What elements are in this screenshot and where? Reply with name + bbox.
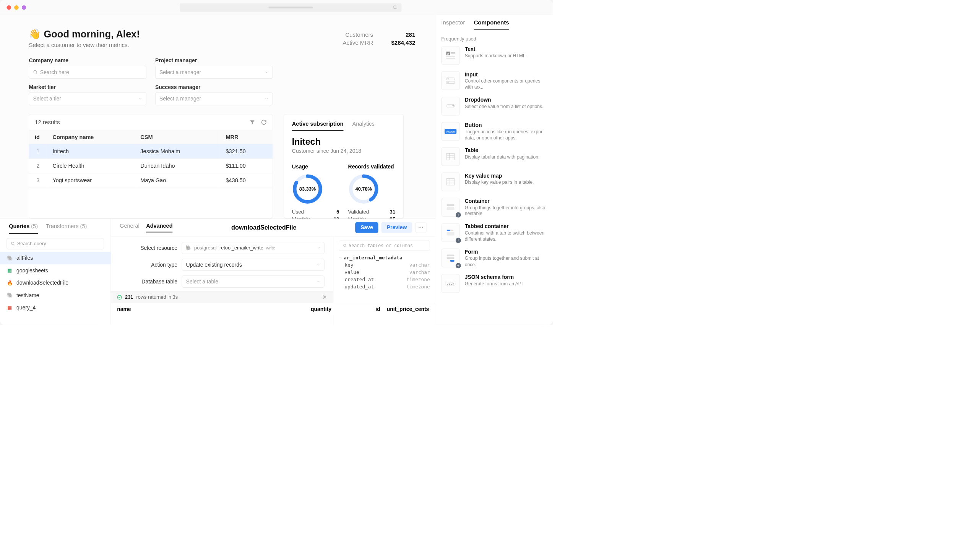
table-row[interactable]: 2Circle HealthDuncan Idaho$111.00 bbox=[29, 159, 273, 173]
save-button[interactable]: Save bbox=[355, 222, 378, 233]
schema-search-placeholder: Search tables or columns bbox=[349, 243, 425, 248]
more-button[interactable]: ⋯ bbox=[415, 222, 426, 233]
status-count: 231 bbox=[125, 295, 133, 300]
subtab-general[interactable]: General bbox=[120, 223, 140, 233]
maximize-window-icon[interactable] bbox=[22, 5, 26, 10]
preview-button[interactable]: Preview bbox=[382, 222, 412, 233]
component-input[interactable]: Input Control other components or querie… bbox=[441, 71, 547, 90]
pm-select[interactable]: Select a manager bbox=[155, 66, 273, 79]
subtab-advanced[interactable]: Advanced bbox=[146, 223, 172, 233]
tab-components[interactable]: Components bbox=[474, 19, 509, 30]
success-icon bbox=[117, 295, 122, 300]
sm-placeholder: Select a manager bbox=[159, 96, 201, 102]
customer-card: Active subscription Analytics Initech Cu… bbox=[284, 114, 403, 218]
schema-column[interactable]: valuevarchar bbox=[339, 269, 430, 276]
query-item-googlesheets[interactable]: ▦googlesheets bbox=[0, 264, 110, 277]
query-item-downloadSelectedFile[interactable]: 🔥downloadSelectedFile bbox=[0, 277, 110, 289]
resultcol-unitprice[interactable]: unit_price_cents bbox=[380, 306, 429, 312]
result-header: name quantity id unit_price_cents bbox=[111, 303, 435, 314]
close-icon[interactable]: ✕ bbox=[322, 294, 327, 301]
table-row[interactable]: 3Yogi sportswearMaya Gao$438.50 bbox=[29, 173, 273, 188]
table-icon bbox=[441, 147, 460, 166]
tab-queries[interactable]: Queries (5) bbox=[9, 223, 38, 234]
query-item-allFiles[interactable]: 🐘allFiles bbox=[0, 252, 110, 264]
component-tabbed-container[interactable]: + Tabbed container Container with a tab … bbox=[441, 223, 547, 242]
col-company[interactable]: Company name bbox=[47, 130, 135, 144]
used-val: 5 bbox=[336, 209, 339, 215]
tier-select[interactable]: Select a tier bbox=[29, 92, 146, 105]
svg-line-1 bbox=[396, 8, 397, 9]
svg-rect-34 bbox=[447, 207, 455, 210]
tabbed-icon: + bbox=[441, 223, 460, 242]
resource-mode: write bbox=[266, 245, 275, 250]
svg-rect-15 bbox=[451, 52, 455, 53]
schema-search-input[interactable]: Search tables or columns bbox=[339, 241, 430, 251]
resultcol-quantity[interactable]: quantity bbox=[283, 306, 332, 312]
stat-mrr-label: Active MRR bbox=[343, 39, 373, 46]
svg-rect-21 bbox=[446, 81, 455, 84]
close-window-icon[interactable] bbox=[6, 5, 11, 10]
resource-db: postgresql bbox=[194, 245, 217, 251]
schema-column[interactable]: created_attimezone bbox=[339, 276, 430, 283]
component-text[interactable]: A Text Supports markdown or HTML. bbox=[441, 46, 547, 65]
results-count: 12 results bbox=[35, 119, 60, 126]
stat-customers-label: Customers bbox=[345, 31, 373, 38]
schema-column[interactable]: updated_attimezone bbox=[339, 283, 430, 290]
query-icon: ▦ bbox=[6, 267, 13, 274]
resultcol-name[interactable]: name bbox=[117, 306, 282, 312]
svg-rect-39 bbox=[447, 257, 455, 259]
svg-rect-29 bbox=[447, 179, 455, 185]
svg-rect-19 bbox=[446, 78, 455, 80]
container-icon: + bbox=[441, 198, 460, 217]
refresh-icon[interactable] bbox=[261, 119, 267, 125]
sm-select[interactable]: Select a manager bbox=[155, 92, 273, 105]
component-dropdown[interactable]: Dropdown Select one value from a list of… bbox=[441, 97, 547, 115]
resultcol-id[interactable]: id bbox=[331, 306, 380, 312]
col-mrr[interactable]: MRR bbox=[220, 130, 272, 144]
minimize-window-icon[interactable] bbox=[14, 5, 19, 10]
tab-active-subscription[interactable]: Active subscription bbox=[292, 121, 344, 131]
svg-rect-24 bbox=[447, 153, 455, 160]
customers-table: 12 results id Company name CSM bbox=[29, 114, 273, 218]
col-id[interactable]: id bbox=[29, 130, 47, 144]
tab-transformers[interactable]: Transformers (5) bbox=[46, 223, 87, 234]
search-icon bbox=[343, 244, 347, 248]
query-search-input[interactable]: Search query bbox=[6, 238, 104, 249]
company-placeholder: Search here bbox=[40, 69, 142, 75]
col-csm[interactable]: CSM bbox=[135, 130, 220, 144]
query-item-testName[interactable]: 🐘testName bbox=[0, 289, 110, 301]
component-form[interactable]: + Form Group inputs together and submit … bbox=[441, 249, 547, 267]
query-editor: Queries (5) Transformers (5) Search quer… bbox=[0, 218, 435, 325]
tab-analytics[interactable]: Analytics bbox=[352, 121, 375, 131]
query-icon: 🐘 bbox=[6, 255, 13, 261]
stat-customers-value: 281 bbox=[384, 31, 415, 38]
action-select[interactable]: Update existing records bbox=[182, 259, 325, 270]
component-json-schema-form[interactable]: JSON JSON schema form Generate forms fro… bbox=[441, 274, 547, 293]
input-icon bbox=[441, 71, 460, 90]
schema-column[interactable]: keyvarchar bbox=[339, 261, 430, 269]
component-button[interactable]: Action Button Trigger actions like run q… bbox=[441, 122, 547, 141]
chevron-down-icon bbox=[265, 97, 268, 100]
query-icon: 🔥 bbox=[6, 280, 13, 286]
greeting-title: 👋 Good morning, Alex! bbox=[29, 28, 140, 40]
table-row[interactable]: 1InitechJessica Mohaim$321.50 bbox=[29, 144, 273, 159]
component-table[interactable]: Table Display tabular data with paginati… bbox=[441, 147, 547, 166]
usage-pct: 83.33% bbox=[292, 173, 323, 204]
action-label: Action type bbox=[120, 262, 177, 268]
tab-inspector[interactable]: Inspector bbox=[441, 19, 465, 30]
dbtable-select[interactable]: Select a table bbox=[182, 276, 325, 288]
resource-select[interactable]: 🐘 postgresql retool_emailer_write write bbox=[182, 242, 325, 254]
window-controls bbox=[6, 5, 26, 10]
filter-icon[interactable] bbox=[250, 119, 255, 125]
query-item-query_4[interactable]: ▦query_4 bbox=[0, 301, 110, 314]
svg-point-0 bbox=[393, 6, 396, 8]
chevron-down-icon bbox=[265, 70, 268, 74]
schema-table-node[interactable]: ar_internal_metadata bbox=[339, 254, 430, 261]
svg-line-11 bbox=[346, 246, 346, 247]
action-value: Update existing records bbox=[186, 262, 242, 268]
component-container[interactable]: + Container Group things together into g… bbox=[441, 198, 547, 217]
add-badge-icon: + bbox=[456, 238, 461, 243]
company-search-input[interactable]: Search here bbox=[29, 66, 146, 79]
component-key-value-map[interactable]: Key value map Display key value pairs in… bbox=[441, 173, 547, 191]
omnibar[interactable] bbox=[180, 3, 401, 11]
